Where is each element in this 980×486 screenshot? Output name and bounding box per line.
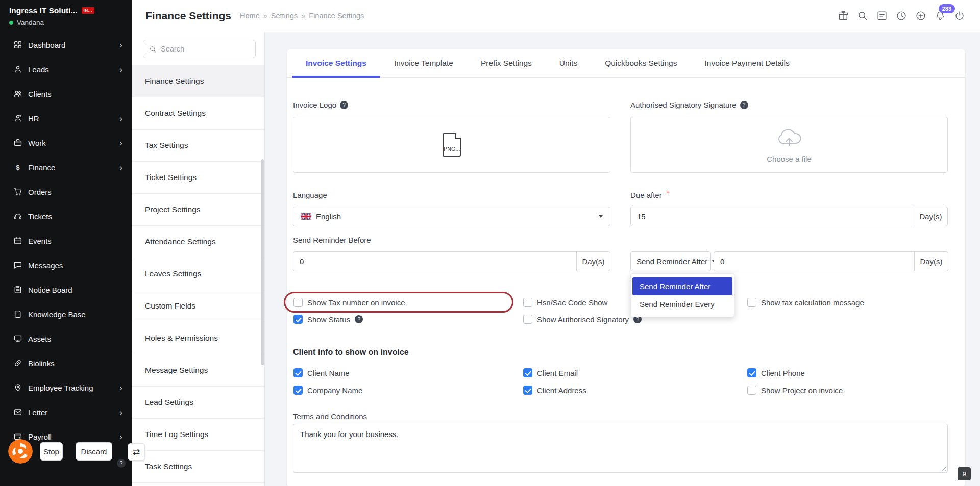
sidebar-item-employee-tracking[interactable]: Employee Tracking› xyxy=(0,375,132,400)
sidebar-item-hr[interactable]: HR› xyxy=(0,106,132,131)
checkbox-checked-icon[interactable] xyxy=(293,368,303,377)
sidebar-item-messages[interactable]: Messages xyxy=(0,253,132,277)
checkbox-unchecked-icon[interactable] xyxy=(747,298,756,307)
checkbox-unchecked-icon[interactable] xyxy=(293,298,303,307)
gift-icon[interactable] xyxy=(838,10,849,21)
checkbox-checked-icon[interactable] xyxy=(293,315,303,324)
checkbox-checked-icon[interactable] xyxy=(293,386,303,395)
sidebar-item-knowledge-base[interactable]: Knowledge Base xyxy=(0,302,132,326)
sidebar-item-orders[interactable]: Orders xyxy=(0,180,132,204)
search-input[interactable] xyxy=(161,45,250,53)
sidebar-item-label: Employee Tracking xyxy=(28,383,93,392)
help-icon[interactable]: ? xyxy=(117,459,126,468)
tab-units[interactable]: Units xyxy=(546,49,591,77)
settings-nav-item-ticket-settings[interactable]: Ticket Settings xyxy=(132,162,264,194)
stop-button[interactable]: Stop xyxy=(40,442,63,461)
settings-nav-item-attendance-settings[interactable]: Attendance Settings xyxy=(132,226,264,258)
checkbox-checked-icon[interactable] xyxy=(523,386,532,395)
help-icon[interactable]: ? xyxy=(740,101,748,109)
due-after-field: Day(s) xyxy=(630,207,948,226)
company-name: Ingress IT Soluti... xyxy=(9,6,78,15)
settings-nav-item-roles-permissions[interactable]: Roles & Permissions xyxy=(132,322,264,354)
user-name: Vandana xyxy=(17,19,44,27)
settings-nav-item-time-log-settings[interactable]: Time Log Settings xyxy=(132,419,264,451)
settings-nav-item-leaves-settings[interactable]: Leaves Settings xyxy=(132,258,264,290)
option-show-project-on-invoice[interactable]: Show Project on invoice xyxy=(747,386,843,395)
chevron-right-icon: › xyxy=(119,114,122,123)
option-client-phone[interactable]: Client Phone xyxy=(747,368,805,377)
dropdown-option-send-reminder-every[interactable]: Send Reminder Every xyxy=(632,295,732,313)
checkbox-checked-icon[interactable] xyxy=(523,368,532,377)
option-client-address[interactable]: Client Address xyxy=(523,386,586,395)
settings-nav-item-lead-settings[interactable]: Lead Settings xyxy=(132,387,264,419)
breadcrumb-finance-settings[interactable]: Finance Settings xyxy=(309,12,364,20)
sidebar-item-finance[interactable]: $Finance› xyxy=(0,155,132,180)
chevron-right-icon: › xyxy=(119,65,122,74)
dropdown-option-send-reminder-after[interactable]: Send Reminder After xyxy=(632,277,732,295)
tab-invoice-template[interactable]: Invoice Template xyxy=(380,49,467,77)
help-icon[interactable]: ? xyxy=(355,315,363,323)
hr-icon xyxy=(13,114,22,123)
history-icon[interactable] xyxy=(896,10,907,21)
send-reminder-after-dropdown-button[interactable]: Send Reminder After xyxy=(630,251,711,271)
add-icon[interactable] xyxy=(915,10,926,21)
file-png-icon: PNG... xyxy=(443,133,461,157)
checkbox-unchecked-icon[interactable] xyxy=(523,315,532,324)
terms-textarea[interactable]: Thank you for your business. xyxy=(293,424,948,473)
sidebar-item-clients[interactable]: Clients xyxy=(0,82,132,106)
svg-text:$: $ xyxy=(16,164,19,171)
app-logo[interactable] xyxy=(8,439,33,464)
search-icon[interactable] xyxy=(857,10,868,21)
settings-nav-item-tax-settings[interactable]: Tax Settings xyxy=(132,130,264,162)
option-show-status[interactable]: Show Status? xyxy=(293,315,363,324)
option-show-authorised-signatory[interactable]: Show Authorised Signatory? xyxy=(523,315,642,324)
scrollbar-thumb[interactable] xyxy=(261,159,264,365)
sidebar-item-dashboard[interactable]: Dashboard› xyxy=(0,33,132,57)
settings-nav-item-finance-settings[interactable]: Finance Settings xyxy=(132,65,264,97)
notes-icon[interactable] xyxy=(876,10,888,21)
option-show-tax-number-on-invoice[interactable]: Show Tax number on invoice xyxy=(293,298,405,307)
tab-prefix-settings[interactable]: Prefix Settings xyxy=(467,49,546,77)
tab-invoice-payment-details[interactable]: Invoice Payment Details xyxy=(691,49,803,77)
sidebar-item-biolinks[interactable]: Biolinks xyxy=(0,351,132,375)
option-company-name[interactable]: Company Name xyxy=(293,386,362,395)
reminder-before-input[interactable] xyxy=(293,252,576,271)
due-after-input[interactable] xyxy=(631,207,914,226)
sidebar-item-leads[interactable]: Leads› xyxy=(0,57,132,82)
option-show-tax-calculation-message[interactable]: Show tax calculation message xyxy=(747,298,864,307)
invoice-logo-upload[interactable]: PNG... xyxy=(293,117,610,173)
settings-nav-item-message-settings[interactable]: Message Settings xyxy=(132,354,264,387)
option-client-email[interactable]: Client Email xyxy=(523,368,578,377)
notification-count-badge[interactable]: 283 xyxy=(939,4,955,13)
sidebar-item-work[interactable]: Work› xyxy=(0,131,132,155)
tab-quickbooks-settings[interactable]: Quickbooks Settings xyxy=(591,49,691,77)
option-client-name[interactable]: Client Name xyxy=(293,368,350,377)
breadcrumb-home[interactable]: Home xyxy=(240,12,260,20)
sidebar-item-tickets[interactable]: Tickets xyxy=(0,204,132,228)
sidebar-item-events[interactable]: Events xyxy=(0,228,132,253)
settings-nav-item-custom-fields[interactable]: Custom Fields xyxy=(132,290,264,322)
breadcrumb-settings[interactable]: Settings xyxy=(271,12,298,20)
power-icon[interactable] xyxy=(954,10,965,21)
biolinks-icon xyxy=(13,359,22,368)
sidebar-item-notice-board[interactable]: Notice Board xyxy=(0,277,132,302)
settings-nav-item-contract-settings[interactable]: Contract Settings xyxy=(132,97,264,130)
discard-button[interactable]: Discard xyxy=(76,442,112,461)
reminder-after-input[interactable] xyxy=(714,252,914,271)
sidebar-item-assets[interactable]: Assets xyxy=(0,326,132,351)
option-hsn-sac-code-show[interactable]: Hsn/Sac Code Show xyxy=(523,298,607,307)
checkbox-unchecked-icon[interactable] xyxy=(523,298,532,307)
language-select[interactable]: English xyxy=(293,207,610,226)
checkbox-checked-icon[interactable] xyxy=(747,368,756,377)
swap-icon[interactable]: ⇄ xyxy=(128,443,145,461)
corner-count-badge[interactable]: 9 xyxy=(958,467,971,480)
reminder-before-label: Send Reminder Before xyxy=(293,236,371,244)
help-icon[interactable]: ? xyxy=(340,101,348,109)
tab-invoice-settings[interactable]: Invoice Settings xyxy=(292,49,380,77)
signature-upload[interactable]: Choose a file xyxy=(630,117,948,173)
checkbox-unchecked-icon[interactable] xyxy=(747,386,756,395)
sidebar-item-letter[interactable]: Letter› xyxy=(0,400,132,424)
invoice-logo-label: Invoice Logo ? xyxy=(293,100,348,109)
employee-tracking-icon xyxy=(13,383,22,392)
settings-nav-item-project-settings[interactable]: Project Settings xyxy=(132,194,264,226)
